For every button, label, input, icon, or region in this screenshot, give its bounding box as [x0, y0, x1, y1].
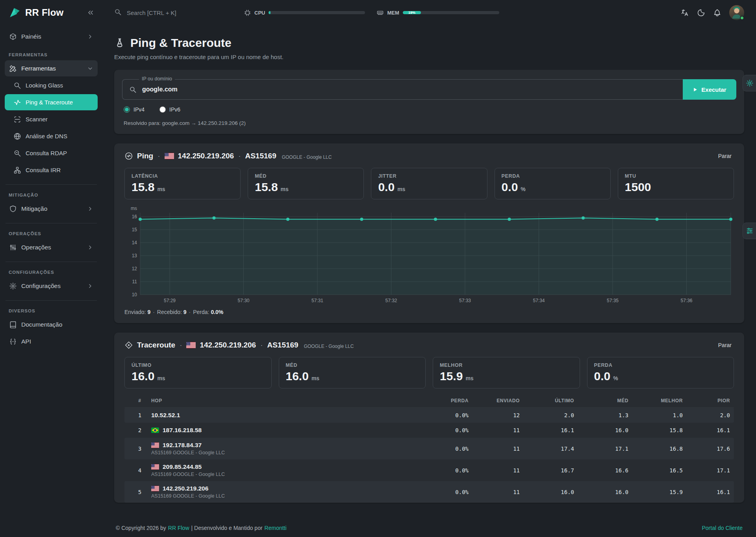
svg-text:57:34: 57:34: [533, 298, 545, 303]
table-row-hop-4[interactable]: 4 209.85.244.85 AS15169 GOOGLE - Google …: [124, 459, 734, 481]
sidebar-collapse-button[interactable]: [87, 9, 94, 17]
ping-icon: [13, 98, 21, 106]
hop-ip: 192.178.84.37: [163, 442, 202, 449]
svg-text:14: 14: [132, 240, 137, 245]
user-avatar[interactable]: [729, 5, 744, 20]
sidebar-item-label: Ping & Traceroute: [26, 99, 73, 106]
search-query-icon: [13, 149, 21, 157]
sidebar-item-ferramentas[interactable]: Ferramentas: [5, 60, 98, 76]
svg-text:10: 10: [132, 292, 137, 297]
svg-text:13: 13: [132, 253, 137, 258]
scanner-icon: [13, 115, 21, 123]
sidebar-item-scanner[interactable]: Scanner: [5, 111, 98, 127]
looking-glass-icon: [13, 82, 21, 89]
ping-stop-button[interactable]: Parar: [716, 151, 734, 161]
search-icon: [129, 86, 137, 93]
svg-text:12: 12: [132, 266, 137, 271]
gear-icon: [746, 79, 754, 87]
cpu-progress-bar: [269, 11, 365, 14]
us-flag-icon: [151, 486, 159, 491]
shield-icon: [9, 205, 17, 213]
settings-panel-handle[interactable]: [743, 75, 756, 91]
table-row-hop-3[interactable]: 3 192.178.84.37 AS15169 GOOGLE - Google …: [124, 438, 734, 459]
ipv6-radio[interactable]: [159, 106, 166, 113]
hop-ip: 10.52.52.1: [151, 412, 180, 419]
stat-box-ultimo: ÚLTIMO 16.0ms: [124, 357, 272, 388]
app-name: RR Flow: [25, 7, 63, 18]
asn-label: AS15169: [245, 152, 276, 160]
maintainer-link[interactable]: Remontti: [265, 525, 287, 531]
play-icon: [693, 87, 698, 92]
ipv4-radio[interactable]: [124, 106, 130, 113]
stat-box-perda: PERDA 0.0%: [587, 357, 734, 388]
portal-cliente-link[interactable]: Portal do Cliente: [702, 525, 743, 531]
stat-box-melhor: MELHOR 15.9ms: [433, 357, 580, 388]
customizer-panel-handle[interactable]: [743, 223, 756, 239]
sidebar-item-paineis[interactable]: Painéis: [5, 28, 98, 45]
ip-version-group: IPv4 IPv6: [122, 106, 736, 113]
sidebar-item-consulta-irr[interactable]: Consulta IRR: [5, 162, 98, 178]
sidebar-item-configuracoes[interactable]: Configurações: [5, 278, 98, 294]
language-icon[interactable]: [681, 9, 689, 17]
svg-text:ms: ms: [131, 206, 137, 211]
asn-org-label: GOOGLE - Google LLC: [282, 152, 332, 160]
host-field: IP ou domínio: [122, 79, 683, 100]
mem-progress-fill: 19%: [403, 11, 421, 14]
mem-progress-bar: 19%: [403, 11, 499, 14]
section-header-configuracoes: CONFIGURAÇÕES: [9, 270, 94, 275]
sidebar-item-documentacao[interactable]: Documentação: [5, 316, 98, 333]
host-input[interactable]: [141, 85, 676, 93]
us-flag-icon: [151, 464, 159, 470]
chevron-right-icon: [87, 283, 93, 289]
stat-box-med: MÉD 16.0ms: [279, 357, 426, 388]
us-flag-icon: [186, 342, 196, 348]
app-root: RR Flow Painéis FERRAMENTAS Ferra: [0, 0, 756, 537]
cpu-progress-fill: [269, 11, 271, 14]
memory-icon: [377, 9, 384, 16]
stat-box-jitter: JITTER 0.0ms: [371, 168, 487, 199]
execute-button[interactable]: Executar: [683, 79, 736, 100]
svg-text:57:31: 57:31: [311, 298, 323, 303]
dark-mode-moon-icon[interactable]: [697, 9, 705, 17]
ping-card-header: Ping · 142.250.219.206 · AS15169 GOOGLE …: [114, 143, 744, 161]
table-row-hop-5[interactable]: 5 142.250.219.206 AS15169 GOOGLE - Googl…: [124, 481, 734, 503]
dashboards-icon: [9, 33, 17, 41]
content: Ping & Traceroute Execute ping contínuo …: [102, 25, 756, 537]
table-row-hop-1[interactable]: 1 10.52.52.1 0.0% 12 2.0 1.3 1.0 2.0: [124, 408, 734, 423]
notifications-bell-icon[interactable]: [713, 9, 721, 17]
ipv4-radio-option[interactable]: IPv4: [124, 106, 145, 113]
cpu-label: CPU: [254, 10, 265, 16]
sidebar-item-label: Documentação: [21, 321, 62, 328]
svg-text:57:29: 57:29: [164, 298, 176, 303]
br-flag-icon: [151, 427, 159, 433]
sidebar-item-label: Análise de DNS: [26, 133, 67, 139]
hop-asn: AS15169 GOOGLE - Google LLC: [151, 450, 417, 455]
sidebar-item-label: API: [21, 338, 31, 345]
sidebar-item-label: Ferramentas: [21, 65, 56, 72]
traceroute-table: # HOP PERDA ENVIADO ÚLTIMO MÉD MELHOR PI…: [124, 396, 734, 503]
host-form-card: IP ou domínio Executar IPv4: [114, 70, 744, 134]
ipv6-radio-option[interactable]: IPv6: [159, 106, 180, 113]
table-row-hop-2[interactable]: 2 187.16.218.58 0.0% 11 16.1 16.0 15: [124, 423, 734, 438]
svg-text:57:33: 57:33: [459, 298, 471, 303]
sidebar-item-looking-glass[interactable]: Looking Glass: [5, 77, 98, 93]
sidebar-item-mitigacao[interactable]: Mitigação: [5, 201, 98, 217]
sidebar-item-analise-dns[interactable]: Análise de DNS: [5, 128, 98, 144]
code-braces-icon: [9, 338, 17, 346]
sidebar-nav: Painéis FERRAMENTAS Ferramentas: [5, 28, 98, 350]
sidebar-item-consulta-rdap[interactable]: Consulta RDAP: [5, 145, 98, 161]
sidebar-item-ping-traceroute[interactable]: Ping & Traceroute: [5, 94, 98, 110]
traceroute-stop-button[interactable]: Parar: [716, 340, 734, 350]
brand-link[interactable]: RR Flow: [168, 525, 189, 531]
section-divider: [6, 223, 97, 223]
traceroute-card-header: Traceroute · 142.250.219.206 · AS15169 G…: [114, 333, 744, 350]
search-input[interactable]: [126, 9, 232, 17]
mem-meter: MEM 19%: [377, 9, 499, 16]
asn-label: AS15169: [267, 341, 298, 349]
ping-traceroute-icon: [114, 37, 125, 48]
sidebar-item-operacoes[interactable]: Operações: [5, 239, 98, 255]
search-icon: [114, 8, 122, 17]
stat-box-mtu: MTU 1500: [618, 168, 734, 199]
sidebar-item-api[interactable]: API: [5, 333, 98, 349]
gear-icon: [9, 282, 17, 290]
